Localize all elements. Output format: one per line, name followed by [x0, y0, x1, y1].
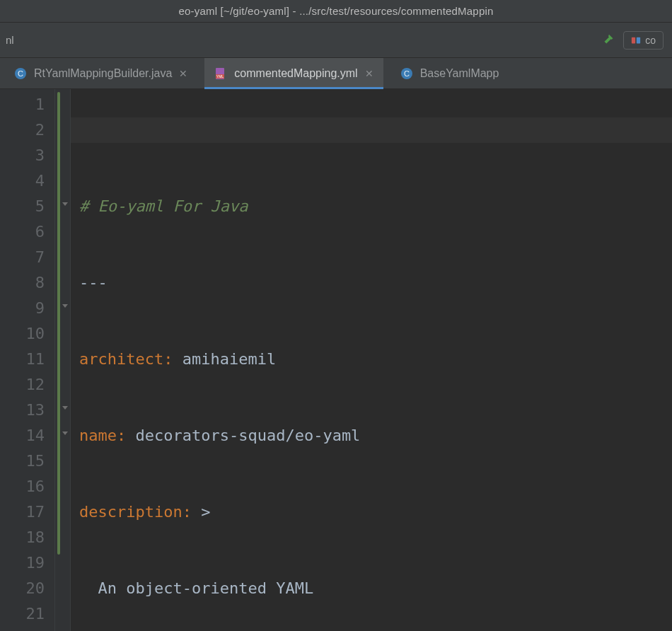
tab-label: BaseYamlMapp: [420, 67, 499, 80]
yaml-value: amihaiemil: [183, 350, 276, 368]
run-configuration-label: co: [645, 35, 656, 46]
current-line-highlight: [71, 117, 672, 143]
code-text: ---: [79, 274, 108, 291]
tab-rtyamlmappingbuilder[interactable]: C RtYamlMappingBuilder.java ✕: [4, 58, 197, 88]
line-number: 18: [0, 525, 45, 550]
line-number: 16: [0, 474, 45, 499]
svg-text:C: C: [404, 69, 410, 78]
java-class-icon: C: [14, 67, 27, 80]
line-number: 15: [0, 448, 45, 474]
close-icon[interactable]: ✕: [365, 68, 373, 79]
yaml-key: architect: [79, 350, 163, 368]
navigation-toolbar: nl co: [0, 23, 672, 58]
fold-marker-icon[interactable]: [62, 303, 68, 308]
line-number: 13: [0, 398, 45, 423]
run-configuration-icon: [631, 35, 641, 45]
window-title: eo-yaml [~/git/eo-yaml] - .../src/test/r…: [178, 5, 493, 17]
line-number: 8: [0, 270, 45, 296]
yaml-file-icon: YML: [214, 67, 227, 80]
yaml-value: decorators-squad/eo-yaml: [135, 427, 360, 444]
line-number: 2: [0, 117, 45, 143]
vcs-change-stripe: [57, 92, 60, 555]
line-number: 5: [0, 194, 45, 219]
run-configuration-selector[interactable]: co: [623, 31, 664, 50]
window-titlebar: eo-yaml [~/git/eo-yaml] - .../src/test/r…: [0, 0, 672, 23]
line-number: 21: [0, 601, 45, 627]
breadcrumb[interactable]: nl: [6, 34, 14, 46]
line-number: 6: [0, 219, 45, 245]
line-number-gutter[interactable]: 1 2 3 4 5 6 7 8 9 10 11 12 13 14 15 16 1…: [0, 89, 55, 631]
close-icon[interactable]: ✕: [179, 68, 187, 79]
line-number: 9: [0, 296, 45, 321]
tab-commentedmapping[interactable]: YML commentedMapping.yml ✕: [204, 58, 383, 88]
yaml-value: >: [201, 503, 210, 521]
line-number: 12: [0, 372, 45, 398]
line-number: 20: [0, 576, 45, 601]
code-comment: # Eo-yaml For Java: [79, 197, 248, 215]
tab-baseyamlmapping[interactable]: C BaseYamlMapp: [390, 58, 509, 88]
line-number: 17: [0, 499, 45, 525]
yaml-key: name: [79, 427, 117, 444]
code-text: An object-oriented YAML: [79, 579, 313, 597]
tab-label: commentedMapping.yml: [234, 67, 357, 80]
tab-label: RtYamlMappingBuilder.java: [34, 67, 172, 80]
line-number: 4: [0, 168, 45, 194]
java-class-icon: C: [400, 67, 413, 80]
fold-marker-icon[interactable]: [62, 405, 68, 410]
fold-gutter[interactable]: [55, 89, 71, 631]
fold-marker-icon[interactable]: [62, 430, 68, 436]
svg-text:YML: YML: [216, 74, 224, 79]
line-number: 19: [0, 550, 45, 576]
editor-area: 1 2 3 4 5 6 7 8 9 10 11 12 13 14 15 16 1…: [0, 89, 672, 631]
line-number: 10: [0, 321, 45, 347]
editor-tab-bar: C RtYamlMappingBuilder.java ✕ YML commen…: [0, 58, 672, 89]
fold-marker-icon[interactable]: [62, 201, 68, 207]
line-number: 14: [0, 423, 45, 448]
svg-text:C: C: [18, 69, 23, 78]
build-icon[interactable]: [601, 33, 616, 48]
svg-rect-0: [632, 37, 635, 43]
line-number: 1: [0, 92, 45, 117]
code-editor[interactable]: # Eo-yaml For Java --- architect: amihai…: [71, 89, 672, 631]
line-number: 7: [0, 245, 45, 270]
line-number: 3: [0, 143, 45, 168]
yaml-key: description: [79, 503, 183, 521]
svg-rect-1: [637, 37, 640, 43]
line-number: 11: [0, 347, 45, 372]
